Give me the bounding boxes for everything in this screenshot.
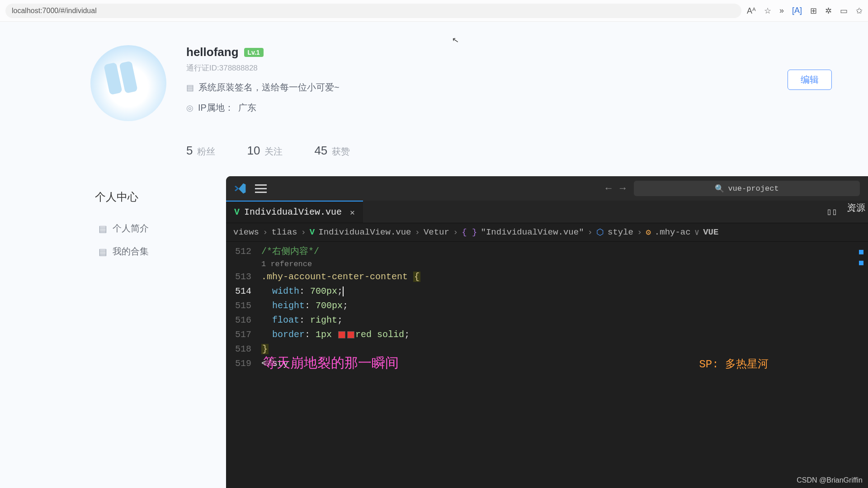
split-editor-icon[interactable]: ▯▯ (826, 206, 837, 217)
ip-value: 广东 (238, 102, 256, 114)
sidebar-title: 个人中心 (95, 190, 185, 204)
browser-action-icons: Aᴬ ☆ » [A] ⊞ ✲ ▭ ✩ (747, 6, 863, 16)
minimap[interactable] (859, 244, 866, 272)
location-pin-icon: ◎ (186, 103, 193, 113)
nav-forward-icon[interactable]: → (620, 183, 626, 194)
text-caret (343, 286, 344, 296)
document-icon: ▤ (99, 246, 107, 257)
braces-icon: { } (462, 227, 477, 237)
profile-ip-line: ◎ IP属地： 广东 (186, 102, 841, 114)
search-placeholder: vue-project (728, 184, 778, 193)
ip-label: IP属地： (198, 102, 234, 114)
nav-back-icon[interactable]: ← (606, 183, 612, 194)
css-selector-icon: ⚙ (646, 227, 651, 238)
code-editor[interactable]: 512 513 514 515 516 517 518 519 /*右侧内容*/… (226, 242, 868, 374)
avatar[interactable] (90, 45, 166, 121)
sidebar-item-profile[interactable]: ▤ 个人简介 (95, 217, 185, 240)
vscode-tabbar: V IndividualView.vue ✕ ▯▯ ··· (226, 201, 868, 223)
code-body[interactable]: /*右侧内容*/ 1 reference .mhy-account-center… (258, 242, 420, 374)
vue-file-icon: V (310, 227, 315, 237)
close-icon[interactable]: ✕ (350, 207, 355, 217)
breadcrumbs[interactable]: views› tlias› V IndividualView.vue› Vetu… (226, 223, 868, 242)
url-text: localhost:7000/#/individual (12, 7, 97, 15)
sidebar-item-label: 我的合集 (113, 245, 149, 258)
document-icon: ▤ (186, 83, 194, 93)
vscode-window: ← → 🔍 vue-project V IndividualView.vue ✕… (226, 176, 868, 488)
level-badge: Lv.1 (244, 48, 264, 57)
collections-icon[interactable]: ⊞ (810, 6, 817, 16)
minimap-marker (859, 250, 863, 254)
stat-likes[interactable]: 45 获赞 (314, 144, 350, 158)
sidebar-item-collections[interactable]: ▤ 我的合集 (95, 240, 185, 263)
sidebar: 个人中心 ▤ 个人简介 ▤ 我的合集 (95, 190, 185, 263)
watermark: CSDN @BrianGriffin (797, 476, 863, 484)
stat-followers[interactable]: 5 粉丝 (186, 144, 215, 158)
tab-individualview[interactable]: V IndividualView.vue ✕ (226, 201, 363, 223)
bing-a-icon[interactable]: [A] (792, 6, 802, 15)
favorite-star-icon[interactable]: ☆ (764, 6, 771, 16)
tab-label: IndividualView.vue (244, 207, 342, 217)
profile-signature: 系统原装签名，送给每一位小可爱~ (198, 81, 340, 94)
profile-signature-line: ▤ 系统原装签名，送给每一位小可爱~ (186, 81, 841, 94)
read-aloud-icon[interactable]: Aᴬ (747, 6, 756, 16)
reading-list-icon[interactable]: ▭ (840, 6, 848, 16)
vue-file-icon: V (234, 207, 240, 217)
color-swatch-icon (338, 331, 345, 338)
profile-stats: 5 粉丝 10 关注 45 获赞 (186, 144, 841, 158)
document-icon: ▤ (99, 223, 107, 234)
sp-overlay: SP: 多热星河 (699, 357, 769, 372)
address-bar[interactable]: localhost:7000/#/individual (5, 4, 741, 18)
search-icon: 🔍 (715, 184, 724, 193)
profile-section: hellofang Lv.1 通行证ID:378888828 ▤ 系统原装签名，… (0, 27, 868, 158)
vscode-titlebar: ← → 🔍 vue-project (226, 176, 868, 201)
vscode-search-input[interactable]: 🔍 vue-project (634, 181, 860, 196)
extensions-icon[interactable]: ✲ (825, 6, 832, 16)
vscode-logo-icon (234, 182, 247, 195)
profile-username: hellofang (186, 45, 239, 59)
more-chevrons-icon[interactable]: » (779, 6, 784, 15)
favorites-bar-icon[interactable]: ✩ (856, 6, 863, 16)
line-gutter: 512 513 514 515 516 517 518 519 (226, 242, 258, 374)
edit-button[interactable]: 编辑 (788, 70, 832, 90)
stat-following[interactable]: 10 关注 (247, 144, 283, 158)
sidebar-item-label: 个人简介 (113, 222, 149, 235)
profile-id: 通行证ID:378888828 (186, 63, 841, 73)
right-panel-label: 资源 (847, 202, 865, 214)
color-swatch-icon (347, 331, 354, 338)
menu-hamburger-icon[interactable] (255, 184, 267, 193)
browser-chrome: localhost:7000/#/individual Aᴬ ☆ » [A] ⊞… (0, 0, 868, 22)
style-block-icon: ⬡ (596, 227, 604, 238)
minimap-marker (859, 261, 863, 265)
